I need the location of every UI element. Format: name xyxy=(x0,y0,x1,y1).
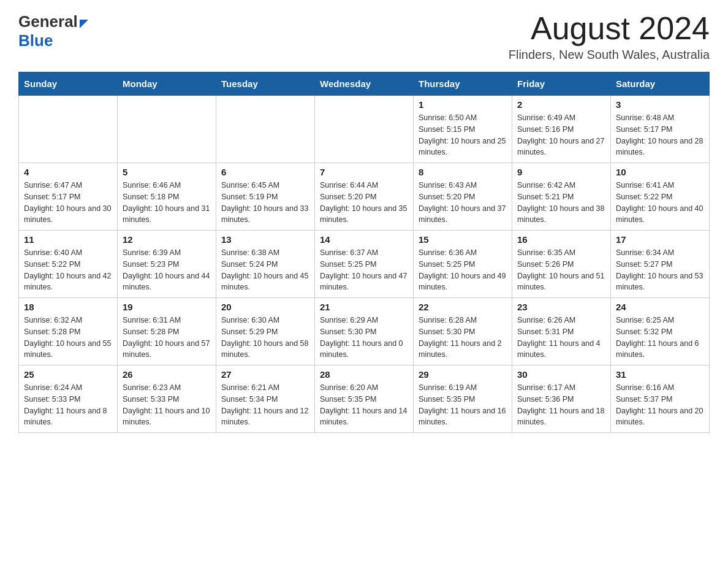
calendar-cell: 24Sunrise: 6:25 AMSunset: 5:32 PMDayligh… xyxy=(611,298,710,366)
calendar-week-row: 25Sunrise: 6:24 AMSunset: 5:33 PMDayligh… xyxy=(19,366,710,433)
day-number: 8 xyxy=(419,167,507,177)
day-info: Sunrise: 6:50 AMSunset: 5:15 PMDaylight:… xyxy=(419,112,507,158)
day-number: 7 xyxy=(320,167,408,177)
day-info: Sunrise: 6:17 AMSunset: 5:36 PMDaylight:… xyxy=(517,382,605,428)
calendar-cell: 25Sunrise: 6:24 AMSunset: 5:33 PMDayligh… xyxy=(19,366,118,433)
calendar-cell: 5Sunrise: 6:46 AMSunset: 5:18 PMDaylight… xyxy=(118,163,216,231)
location-subtitle: Flinders, New South Wales, Australia xyxy=(509,48,710,62)
calendar-cell: 27Sunrise: 6:21 AMSunset: 5:34 PMDayligh… xyxy=(216,366,315,433)
logo-arrow-icon xyxy=(80,20,88,28)
day-number: 25 xyxy=(24,369,112,380)
calendar-cell: 30Sunrise: 6:17 AMSunset: 5:36 PMDayligh… xyxy=(512,366,611,433)
day-number: 27 xyxy=(221,369,309,380)
calendar-table: SundayMondayTuesdayWednesdayThursdayFrid… xyxy=(18,72,710,433)
day-header-monday: Monday xyxy=(118,72,216,96)
day-number: 29 xyxy=(419,369,507,380)
day-info: Sunrise: 6:40 AMSunset: 5:22 PMDaylight:… xyxy=(24,247,112,293)
day-number: 1 xyxy=(419,99,507,110)
day-info: Sunrise: 6:21 AMSunset: 5:34 PMDaylight:… xyxy=(221,382,309,428)
day-info: Sunrise: 6:37 AMSunset: 5:25 PMDaylight:… xyxy=(320,247,408,293)
day-number: 24 xyxy=(616,302,704,312)
day-header-saturday: Saturday xyxy=(611,72,710,96)
calendar-header-row: SundayMondayTuesdayWednesdayThursdayFrid… xyxy=(19,72,710,96)
day-info: Sunrise: 6:29 AMSunset: 5:30 PMDaylight:… xyxy=(320,315,408,361)
day-header-sunday: Sunday xyxy=(19,72,118,96)
day-header-thursday: Thursday xyxy=(414,72,512,96)
day-number: 31 xyxy=(616,369,704,380)
calendar-cell: 9Sunrise: 6:42 AMSunset: 5:21 PMDaylight… xyxy=(512,163,611,231)
calendar-cell: 20Sunrise: 6:30 AMSunset: 5:29 PMDayligh… xyxy=(216,298,315,366)
calendar-cell: 8Sunrise: 6:43 AMSunset: 5:20 PMDaylight… xyxy=(414,163,512,231)
day-number: 15 xyxy=(419,234,507,245)
day-info: Sunrise: 6:24 AMSunset: 5:33 PMDaylight:… xyxy=(24,382,112,428)
day-info: Sunrise: 6:45 AMSunset: 5:19 PMDaylight:… xyxy=(221,180,309,226)
day-number: 16 xyxy=(517,234,605,245)
logo: General Blue xyxy=(18,12,88,50)
logo-general-text: General xyxy=(18,12,78,31)
day-number: 26 xyxy=(123,369,211,380)
calendar-cell: 16Sunrise: 6:35 AMSunset: 5:26 PMDayligh… xyxy=(512,231,611,298)
day-info: Sunrise: 6:49 AMSunset: 5:16 PMDaylight:… xyxy=(517,112,605,158)
page-header: General Blue August 2024 Flinders, New S… xyxy=(18,12,710,62)
day-header-wednesday: Wednesday xyxy=(315,72,414,96)
day-info: Sunrise: 6:39 AMSunset: 5:23 PMDaylight:… xyxy=(123,247,211,293)
day-number: 5 xyxy=(123,167,211,177)
day-info: Sunrise: 6:28 AMSunset: 5:30 PMDaylight:… xyxy=(419,315,507,361)
calendar-week-row: 18Sunrise: 6:32 AMSunset: 5:28 PMDayligh… xyxy=(19,298,710,366)
day-info: Sunrise: 6:30 AMSunset: 5:29 PMDaylight:… xyxy=(221,315,309,361)
day-number: 6 xyxy=(221,167,309,177)
day-info: Sunrise: 6:23 AMSunset: 5:33 PMDaylight:… xyxy=(123,382,211,428)
day-info: Sunrise: 6:46 AMSunset: 5:18 PMDaylight:… xyxy=(123,180,211,226)
calendar-cell: 3Sunrise: 6:48 AMSunset: 5:17 PMDaylight… xyxy=(611,96,710,163)
day-number: 2 xyxy=(517,99,605,110)
day-info: Sunrise: 6:43 AMSunset: 5:20 PMDaylight:… xyxy=(419,180,507,226)
day-number: 20 xyxy=(221,302,309,312)
calendar-week-row: 11Sunrise: 6:40 AMSunset: 5:22 PMDayligh… xyxy=(19,231,710,298)
day-number: 3 xyxy=(616,99,704,110)
day-number: 4 xyxy=(24,167,112,177)
calendar-cell: 13Sunrise: 6:38 AMSunset: 5:24 PMDayligh… xyxy=(216,231,315,298)
calendar-cell: 28Sunrise: 6:20 AMSunset: 5:35 PMDayligh… xyxy=(315,366,414,433)
day-info: Sunrise: 6:47 AMSunset: 5:17 PMDaylight:… xyxy=(24,180,112,226)
day-info: Sunrise: 6:19 AMSunset: 5:35 PMDaylight:… xyxy=(419,382,507,428)
calendar-cell: 12Sunrise: 6:39 AMSunset: 5:23 PMDayligh… xyxy=(118,231,216,298)
calendar-cell: 31Sunrise: 6:16 AMSunset: 5:37 PMDayligh… xyxy=(611,366,710,433)
day-info: Sunrise: 6:42 AMSunset: 5:21 PMDaylight:… xyxy=(517,180,605,226)
day-info: Sunrise: 6:26 AMSunset: 5:31 PMDaylight:… xyxy=(517,315,605,361)
calendar-cell: 26Sunrise: 6:23 AMSunset: 5:33 PMDayligh… xyxy=(118,366,216,433)
month-title: August 2024 xyxy=(509,12,710,44)
calendar-cell: 6Sunrise: 6:45 AMSunset: 5:19 PMDaylight… xyxy=(216,163,315,231)
calendar-cell: 19Sunrise: 6:31 AMSunset: 5:28 PMDayligh… xyxy=(118,298,216,366)
calendar-cell: 15Sunrise: 6:36 AMSunset: 5:25 PMDayligh… xyxy=(414,231,512,298)
day-number: 9 xyxy=(517,167,605,177)
calendar-cell xyxy=(118,96,216,163)
day-number: 21 xyxy=(320,302,408,312)
calendar-cell: 2Sunrise: 6:49 AMSunset: 5:16 PMDaylight… xyxy=(512,96,611,163)
logo-blue-text: Blue xyxy=(18,31,53,50)
calendar-cell: 4Sunrise: 6:47 AMSunset: 5:17 PMDaylight… xyxy=(19,163,118,231)
day-number: 11 xyxy=(24,234,112,245)
day-number: 30 xyxy=(517,369,605,380)
calendar-cell: 22Sunrise: 6:28 AMSunset: 5:30 PMDayligh… xyxy=(414,298,512,366)
day-number: 22 xyxy=(419,302,507,312)
calendar-cell: 10Sunrise: 6:41 AMSunset: 5:22 PMDayligh… xyxy=(611,163,710,231)
title-block: August 2024 Flinders, New South Wales, A… xyxy=(509,12,710,62)
day-number: 14 xyxy=(320,234,408,245)
day-number: 23 xyxy=(517,302,605,312)
calendar-cell: 18Sunrise: 6:32 AMSunset: 5:28 PMDayligh… xyxy=(19,298,118,366)
day-info: Sunrise: 6:41 AMSunset: 5:22 PMDaylight:… xyxy=(616,180,704,226)
calendar-cell xyxy=(19,96,118,163)
day-info: Sunrise: 6:34 AMSunset: 5:27 PMDaylight:… xyxy=(616,247,704,293)
day-header-friday: Friday xyxy=(512,72,611,96)
calendar-cell: 7Sunrise: 6:44 AMSunset: 5:20 PMDaylight… xyxy=(315,163,414,231)
day-number: 18 xyxy=(24,302,112,312)
calendar-cell: 21Sunrise: 6:29 AMSunset: 5:30 PMDayligh… xyxy=(315,298,414,366)
day-info: Sunrise: 6:36 AMSunset: 5:25 PMDaylight:… xyxy=(419,247,507,293)
calendar-cell: 17Sunrise: 6:34 AMSunset: 5:27 PMDayligh… xyxy=(611,231,710,298)
day-info: Sunrise: 6:20 AMSunset: 5:35 PMDaylight:… xyxy=(320,382,408,428)
day-info: Sunrise: 6:32 AMSunset: 5:28 PMDaylight:… xyxy=(24,315,112,361)
day-info: Sunrise: 6:48 AMSunset: 5:17 PMDaylight:… xyxy=(616,112,704,158)
calendar-cell: 11Sunrise: 6:40 AMSunset: 5:22 PMDayligh… xyxy=(19,231,118,298)
day-number: 13 xyxy=(221,234,309,245)
day-header-tuesday: Tuesday xyxy=(216,72,315,96)
